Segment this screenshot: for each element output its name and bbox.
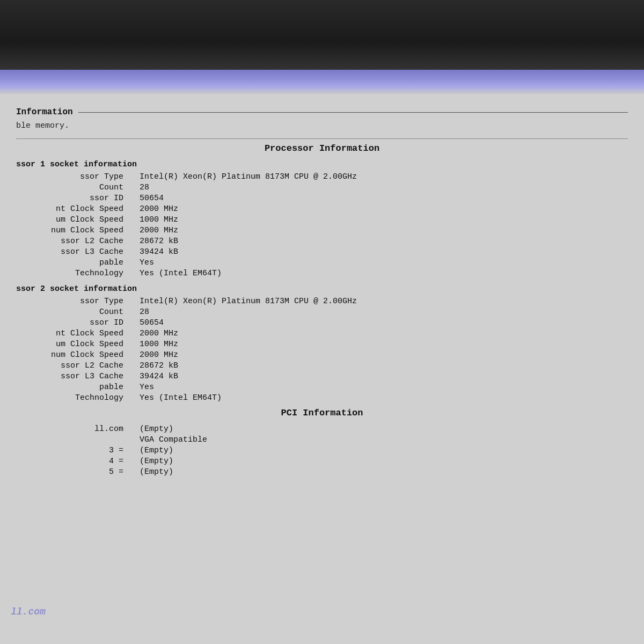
info-value: 39424 kB	[140, 372, 178, 381]
info-row: ssor TypeIntel(R) Xeon(R) Platinum 8173M…	[16, 172, 628, 181]
divider-line-top	[16, 138, 628, 139]
info-value: 28	[140, 308, 149, 317]
info-row: ssor L3 Cache39424 kB	[16, 372, 628, 381]
info-label: ssor L2 Cache	[16, 237, 140, 246]
info-label: ssor L3 Cache	[16, 247, 140, 257]
info-row: Count28	[16, 183, 628, 192]
info-label: Count	[16, 308, 140, 317]
info-row: num Clock Speed2000 MHz	[16, 226, 628, 235]
info-value: 50654	[140, 194, 164, 203]
info-value: 1000 MHz	[140, 215, 178, 224]
info-label: nt Clock Speed	[16, 204, 140, 214]
pci-row: 3 =(Empty)	[16, 446, 628, 455]
info-label: ssor ID	[16, 194, 140, 203]
pci-label: 3 =	[16, 446, 140, 455]
pci-value: (Empty)	[140, 425, 173, 434]
info-label: um Clock Speed	[16, 340, 140, 349]
info-row: um Clock Speed1000 MHz	[16, 215, 628, 224]
info-value: Intel(R) Xeon(R) Platinum 8173M CPU @ 2.…	[140, 172, 357, 181]
info-row: ssor L2 Cache28672 kB	[16, 237, 628, 246]
processor-info-title: Processor Information	[16, 143, 628, 153]
info-value: Yes	[140, 383, 154, 392]
info-label: pable	[16, 258, 140, 267]
socket1-rows: ssor TypeIntel(R) Xeon(R) Platinum 8173M…	[16, 172, 628, 278]
info-label: ssor ID	[16, 318, 140, 327]
info-row: nt Clock Speed2000 MHz	[16, 329, 628, 338]
info-row: TechnologyYes (Intel EM64T)	[16, 393, 628, 402]
screen-container: Information ble memory. Processor Inform…	[0, 0, 644, 644]
info-value: 1000 MHz	[140, 340, 178, 349]
info-value: Intel(R) Xeon(R) Platinum 8173M CPU @ 2.…	[140, 297, 357, 306]
pci-label: ll.com	[16, 425, 140, 434]
pci-value: (Empty)	[140, 457, 173, 466]
info-value: 28672 kB	[140, 361, 178, 370]
top-bezel	[0, 0, 644, 70]
info-row: pableYes	[16, 383, 628, 392]
content-area: Information ble memory. Processor Inform…	[0, 94, 644, 644]
info-value: Yes	[140, 258, 154, 267]
info-value: 2000 MHz	[140, 204, 178, 214]
info-row: um Clock Speed1000 MHz	[16, 340, 628, 349]
pci-label	[16, 435, 140, 444]
section-header-text: Information	[16, 107, 78, 117]
pci-value: (Empty)	[140, 446, 173, 455]
info-value: 39424 kB	[140, 247, 178, 257]
info-row: ssor ID50654	[16, 194, 628, 203]
info-value: 28	[140, 183, 149, 192]
socket2-rows: ssor TypeIntel(R) Xeon(R) Platinum 8173M…	[16, 297, 628, 402]
info-value: 28672 kB	[140, 237, 178, 246]
info-row: num Clock Speed2000 MHz	[16, 350, 628, 360]
info-row: ssor TypeIntel(R) Xeon(R) Platinum 8173M…	[16, 297, 628, 306]
socket1-title: ssor 1 socket information	[16, 160, 628, 169]
info-row: ssor L2 Cache28672 kB	[16, 361, 628, 370]
info-label: ssor Type	[16, 297, 140, 306]
info-row: Count28	[16, 308, 628, 317]
info-label: Technology	[16, 393, 140, 402]
info-value: Yes (Intel EM64T)	[140, 393, 222, 402]
section-subtitle: ble memory.	[16, 121, 628, 130]
info-value: 2000 MHz	[140, 329, 178, 338]
info-label: num Clock Speed	[16, 350, 140, 360]
pci-info-title: PCI Information	[16, 408, 628, 418]
info-label: nt Clock Speed	[16, 329, 140, 338]
pci-label: 4 =	[16, 457, 140, 466]
info-row: nt Clock Speed2000 MHz	[16, 204, 628, 214]
info-value: 50654	[140, 318, 164, 327]
pci-rows: ll.com(Empty)VGA Compatible3 =(Empty)4 =…	[16, 425, 628, 477]
socket2-title: ssor 2 socket information	[16, 284, 628, 294]
section-header: Information	[16, 107, 628, 117]
pci-row: ll.com(Empty)	[16, 425, 628, 434]
section-header-rule	[78, 112, 628, 113]
info-label: Technology	[16, 269, 140, 278]
info-label: pable	[16, 383, 140, 392]
watermark: ll.com	[11, 606, 46, 617]
info-label: num Clock Speed	[16, 226, 140, 235]
info-label: Count	[16, 183, 140, 192]
info-value: Yes (Intel EM64T)	[140, 269, 222, 278]
info-row: ssor L3 Cache39424 kB	[16, 247, 628, 257]
info-row: ssor ID50654	[16, 318, 628, 327]
pci-row: 5 =(Empty)	[16, 467, 628, 477]
info-label: ssor L2 Cache	[16, 361, 140, 370]
info-value: 2000 MHz	[140, 350, 178, 360]
info-row: pableYes	[16, 258, 628, 267]
pci-row: VGA Compatible	[16, 435, 628, 444]
pci-value: (Empty)	[140, 467, 173, 477]
info-value: 2000 MHz	[140, 226, 178, 235]
info-label: ssor L3 Cache	[16, 372, 140, 381]
pci-row: 4 =(Empty)	[16, 457, 628, 466]
info-label: um Clock Speed	[16, 215, 140, 224]
info-row: TechnologyYes (Intel EM64T)	[16, 269, 628, 278]
pci-label: 5 =	[16, 467, 140, 477]
info-label: ssor Type	[16, 172, 140, 181]
pci-value: VGA Compatible	[140, 435, 207, 444]
blue-bar	[0, 70, 644, 94]
